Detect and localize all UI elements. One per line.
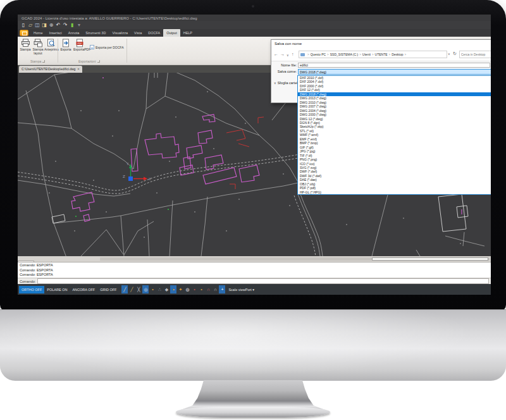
status-toggle-button[interactable]: ANCORA OFF: [70, 286, 97, 293]
command-history-line: Comando: ESPORTA: [20, 268, 491, 273]
group-label-stampa: Stampa: [30, 59, 45, 63]
file-type-combobox[interactable]: DWG 2018 (*.dwg): [298, 69, 491, 75]
export-pdf-button[interactable]: PDF EsportaPDF: [73, 39, 86, 52]
status-tool-icon[interactable]: ╳: [135, 285, 142, 293]
file-format-option[interactable]: HP-GL (*.HPG): [298, 190, 491, 194]
ribbon-tab[interactable]: Strumenti 3D: [82, 29, 109, 37]
status-tool-icon[interactable]: ▪: [198, 285, 204, 293]
back-icon[interactable]: ←: [274, 51, 278, 58]
qat-tool-icon[interactable]: ▯: [20, 22, 27, 28]
this-pc-icon: [300, 53, 305, 56]
qat-tool-icon[interactable]: ↷: [62, 22, 68, 28]
breadcrumb-separator: >: [372, 53, 374, 56]
qat-tool-icon[interactable]: ◨: [41, 22, 47, 28]
breadcrumb-item[interactable]: SSD_SISTEMA (C:)>: [330, 52, 362, 56]
printer-icon: [21, 39, 30, 47]
group-label-esportazioni: Esportazioni: [78, 59, 100, 63]
status-tool-icon[interactable]: ∩: [212, 285, 218, 293]
qat-tool-icon[interactable]: ⊕: [48, 22, 54, 28]
command-input[interactable]: [37, 278, 489, 284]
document-path: C:\Users\UTENTE\Desktop\edifici.dwg: [22, 66, 75, 73]
window-titlebar: GCAD 2024 - Licenza d'uso intestata a: A…: [18, 13, 491, 21]
ribbon-tab[interactable]: HELP: [180, 29, 195, 37]
qat-tool-icon[interactable]: ◫: [34, 22, 40, 28]
dialog-launcher-icon[interactable]: [42, 60, 45, 63]
document-tab[interactable]: C:\Users\UTENTE\Desktop\edifici.dwg ×: [19, 66, 82, 73]
preview-button[interactable]: Anteprima: [44, 39, 57, 52]
dialog-navigation-bar: ← → ∨ ↑ > Questo PC>SSD_SISTEMA (C:)>Ute…: [271, 48, 491, 61]
button-label: Stampa: [19, 48, 32, 52]
status-tool-icon[interactable]: +: [219, 285, 225, 293]
breadcrumb-items: Questo PC>SSD_SISTEMA (C:)>Utenti>UTENTE…: [311, 52, 408, 56]
recent-locations-icon[interactable]: ∨: [287, 52, 289, 59]
export-docfa-button[interactable]: » Esporta per DOCFA: [90, 45, 123, 49]
command-history-line: Comando: ESPORTA: [20, 273, 491, 278]
browse-folders-toggle[interactable]: ∨Sfoglia cartelle: [274, 81, 300, 85]
export-button[interactable]: Esporta: [59, 39, 72, 52]
svg-text:PDF: PDF: [77, 42, 82, 45]
ribbon-tab[interactable]: Home: [30, 29, 46, 37]
monitor: GCAD 2024 - Licenza d'uso intestata a: A…: [0, 0, 506, 420]
status-tool-icon[interactable]: ∴: [156, 285, 163, 293]
status-tool-icon[interactable]: ∩: [205, 285, 211, 293]
ribbon-tabs: HomeInserisciAnnotaStrumenti 3DVisualizz…: [30, 29, 195, 37]
close-tab-icon[interactable]: ×: [77, 66, 80, 73]
status-toggle-button[interactable]: POLARE ON: [44, 286, 70, 293]
monitor-chin: [0, 309, 506, 381]
forward-icon[interactable]: →: [280, 51, 285, 58]
breadcrumb-item[interactable]: UTENTE>: [375, 52, 392, 56]
breadcrumb-item[interactable]: Desktop>: [392, 52, 407, 56]
filename-input[interactable]: [298, 63, 490, 68]
breadcrumb[interactable]: > Questo PC>SSD_SISTEMA (C:)>Utenti>UTEN…: [299, 51, 447, 58]
status-tool-icon[interactable]: ◆: [163, 285, 170, 293]
green-point: [168, 209, 169, 210]
button-label: Anteprima: [44, 48, 57, 52]
address-dropdown-icon[interactable]: ∨: [448, 52, 450, 56]
ribbon-tab[interactable]: Inserisci: [46, 29, 65, 37]
layout-tab-bar: ModelLayout1: [18, 256, 491, 262]
horizontal-scrollbar-track[interactable]: [100, 257, 490, 261]
qat-tool-icon[interactable]: ▮: [69, 22, 75, 28]
viewport-scale-dropdown[interactable]: Scale viewPort ▾: [228, 288, 254, 292]
command-input-row: Comando:: [18, 278, 491, 284]
status-tool-icon[interactable]: •: [170, 285, 176, 293]
chevron-down-icon: ∨: [274, 81, 276, 85]
qat-tool-icon[interactable]: ▱: [27, 22, 34, 28]
application-menu-button[interactable]: [20, 30, 28, 36]
breadcrumb-separator: >: [359, 53, 361, 56]
print-layout-button[interactable]: Stampa layout: [32, 39, 44, 55]
screen: GCAD 2024 - Licenza d'uso intestata a: A…: [18, 13, 491, 295]
saveas-type-label: Salva come:: [273, 70, 297, 73]
status-tool-icon[interactable]: ╱: [121, 285, 128, 293]
breadcrumb-item[interactable]: Utenti>: [362, 52, 375, 56]
breadcrumb-item[interactable]: Questo PC>: [311, 52, 330, 56]
status-toggle-button[interactable]: GRID OFF: [97, 286, 119, 293]
button-label: Esporta: [59, 48, 72, 52]
app-logo-icon: [22, 32, 27, 36]
refresh-icon[interactable]: ↻: [453, 51, 457, 56]
horizontal-scrollbar-thumb[interactable]: [372, 257, 488, 261]
ribbon-tab[interactable]: Visualizza: [109, 29, 131, 37]
docfa-label: Esporta per DOCFA: [96, 46, 123, 49]
qat-tool-icon[interactable]: ▾: [76, 22, 82, 28]
search-input[interactable]: [459, 51, 491, 58]
status-tool-icon[interactable]: ╱: [128, 285, 135, 293]
command-history-line: Comando: ESPORTA: [20, 263, 491, 268]
status-toggle-button[interactable]: ORTHO OFF: [19, 286, 44, 293]
up-icon[interactable]: ↑: [292, 51, 294, 58]
dialog-launcher-icon[interactable]: [97, 60, 100, 63]
button-label: EsportaPDF: [73, 48, 86, 52]
print-button[interactable]: Stampa: [19, 39, 32, 52]
status-tool-icon[interactable]: ◎: [142, 285, 149, 293]
green-point: [75, 216, 77, 217]
status-tool-icon[interactable]: ▪: [149, 285, 156, 293]
status-tool-icon[interactable]: ◍: [184, 285, 190, 293]
status-tool-icon[interactable]: ▪: [191, 285, 197, 293]
white-buildings: [52, 194, 468, 232]
ribbon-tab[interactable]: Annota: [65, 29, 82, 37]
ribbon-tab[interactable]: DOCFA: [145, 29, 163, 37]
qat-tool-icon[interactable]: ↶: [55, 22, 61, 28]
status-tool-icon[interactable]: ✦: [177, 285, 183, 293]
ribbon-tab[interactable]: Vista: [131, 29, 145, 37]
ribbon-tab[interactable]: Output: [163, 29, 180, 37]
